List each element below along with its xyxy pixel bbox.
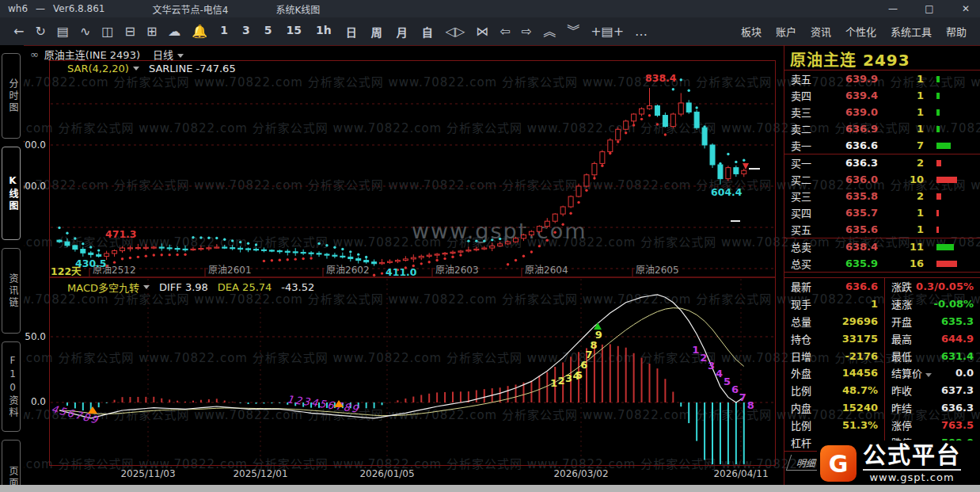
level-price[interactable]: 638.4 [827, 241, 878, 253]
level-qty: 2 [878, 190, 924, 202]
stat-label: 结算价 [885, 365, 932, 380]
svg-text:原油2601: 原油2601 [208, 265, 252, 276]
level-price[interactable]: 636.3 [827, 157, 878, 169]
period-button-15[interactable]: 15 [287, 24, 302, 40]
period-button-周[interactable]: 周 [371, 24, 382, 40]
sidebar-tab[interactable]: 资讯链 [2, 248, 21, 334]
level-qty: 1 [878, 73, 924, 85]
period-button-3[interactable]: 3 [242, 24, 250, 40]
level-bar [936, 261, 957, 267]
cloud-icon[interactable]: ☁ [168, 18, 180, 45]
cloud-node-label: 文华云节点-电信4 [152, 2, 228, 16]
kline-chart[interactable]: 原油2512原油2601原油2602原油2603原油2604原油2605838.… [49, 60, 776, 466]
stat-label: 日增 [784, 349, 811, 364]
period-button-1[interactable]: 1 [220, 24, 228, 40]
split-screen-icon[interactable]: ⊟ [124, 18, 135, 45]
menu-item[interactable]: 个性化 [845, 24, 876, 39]
level-price[interactable]: 635.6 [827, 223, 878, 235]
ask-row[interactable]: 卖四639.41 [784, 87, 980, 104]
level-bar [936, 193, 941, 200]
settle-dropdown-icon[interactable] [925, 373, 932, 377]
app-version: Ver6.8.861 [53, 3, 104, 14]
bid-row[interactable]: 买四635.71 [784, 204, 980, 221]
minimize-button[interactable]: — [879, 3, 907, 14]
macd-value: DEA 25.74 [218, 281, 272, 293]
indicator-window-icon[interactable]: ◫ [101, 18, 113, 45]
stat-row: 比例51.3% [784, 416, 884, 433]
svg-text:2: 2 [558, 375, 565, 387]
svg-text:3: 3 [708, 360, 715, 372]
level-price[interactable]: 636.9 [827, 123, 878, 135]
trend-chart-icon[interactable]: ∿ [80, 18, 90, 45]
stat-value: 15240 [811, 402, 884, 414]
add-pane-icon[interactable]: +▤+ [591, 18, 624, 45]
total-row[interactable]: 总买635.916 [784, 255, 980, 272]
level-price[interactable]: 639.4 [827, 90, 878, 101]
order-panel-icon[interactable]: ⊞ [146, 18, 157, 45]
level-label: 买二 [784, 172, 827, 187]
level-label: 买一 [784, 155, 827, 170]
quote-board-icon[interactable]: ▤ [57, 18, 69, 45]
page-right-icon[interactable]: ⇨ [522, 18, 532, 45]
sidebar-tab[interactable]: 分时图 [2, 53, 21, 139]
menu-item[interactable]: 帮助 [946, 24, 967, 39]
level-bar [936, 143, 951, 149]
sar-indicator-dropdown[interactable]: SAR(4,2,20) [67, 63, 129, 74]
total-row[interactable]: 总卖638.411 [784, 238, 980, 255]
period-button-日[interactable]: 日 [346, 24, 357, 40]
macd-indicator-dropdown[interactable]: MACD多空九转 [67, 280, 139, 295]
bid-row[interactable]: 买一636.32 [784, 154, 980, 171]
symbol-name[interactable]: 原油主连(INE 2493) [44, 47, 140, 62]
level-price[interactable]: 635.7 [827, 207, 878, 219]
more-icon[interactable]: … [635, 18, 648, 45]
ask-row[interactable]: 卖二636.91 [784, 120, 980, 137]
period-button-自[interactable]: 自 [422, 24, 433, 40]
stat-label: 最低 [885, 349, 912, 364]
bar-shrink-icon[interactable]: ◁▷ [446, 18, 465, 45]
period-dropdown[interactable]: 日线 [153, 47, 184, 62]
ask-row[interactable]: 卖一636.67 [784, 137, 980, 154]
page-left-icon[interactable]: ⇦ [499, 18, 510, 45]
stat-row: 开盘635.3 [885, 313, 980, 330]
gspt-logo[interactable]: G 公式平台 www.gspt.com [817, 441, 980, 486]
toolbar-period-buttons: 135151h日周月自 [213, 24, 439, 40]
level-qty: 1 [878, 90, 924, 101]
bid-row[interactable]: 买五635.61 [784, 221, 980, 238]
gspt-logo-icon: G [820, 445, 857, 482]
alert-icon[interactable]: 🔔 [192, 18, 207, 45]
menu-item[interactable]: 资讯 [811, 24, 831, 39]
bid-row[interactable]: 买三635.82 [784, 188, 980, 204]
bar-expand-icon[interactable]: ⋈ [476, 18, 488, 45]
window-bottom-edge [0, 485, 980, 492]
refresh-icon[interactable]: ↻ [35, 18, 45, 45]
ask-row[interactable]: 卖三639.01 [784, 104, 980, 120]
stat-label: 开盘 [885, 314, 912, 329]
left-sidebar: 分时图K线图资讯链F10资料页面下单 [0, 45, 24, 485]
ask-row[interactable]: 卖五639.91 [784, 71, 980, 87]
back-icon[interactable]: ← [13, 18, 24, 45]
collapse-up-icon[interactable]: ︽ [543, 18, 556, 45]
period-button-1h[interactable]: 1h [316, 24, 332, 40]
svg-text:604.4: 604.4 [711, 186, 743, 198]
close-button[interactable]: ✕ [952, 3, 980, 14]
svg-text:122天: 122天 [51, 265, 82, 277]
menu-item[interactable]: 账户 [776, 24, 796, 39]
bid-row[interactable]: 买二636.010 [784, 171, 980, 188]
menu-item[interactable]: 系统工具 [891, 24, 932, 39]
period-button-月[interactable]: 月 [397, 24, 408, 40]
maximize-button[interactable]: □ [915, 3, 944, 14]
sidebar-tab[interactable]: K线图 [2, 147, 21, 240]
svg-text:411.0: 411.0 [386, 266, 417, 278]
stat-value: 29696 [811, 315, 884, 327]
level-price[interactable]: 636.0 [827, 174, 878, 185]
period-button-5[interactable]: 5 [264, 24, 272, 40]
level-price[interactable]: 639.9 [827, 73, 878, 85]
sidebar-tab[interactable]: F10资料 [2, 341, 21, 432]
menu-item[interactable]: 板块 [741, 24, 762, 39]
collapse-down-icon[interactable]: ︾ [567, 18, 579, 45]
level-price[interactable]: 635.8 [827, 190, 878, 202]
chart-canvas[interactable]: 原油2512原油2601原油2602原油2603原油2604原油2605838.… [49, 60, 776, 466]
level-price[interactable]: 635.9 [827, 257, 878, 269]
level-price[interactable]: 639.0 [827, 106, 878, 118]
level-price[interactable]: 636.6 [827, 139, 878, 151]
